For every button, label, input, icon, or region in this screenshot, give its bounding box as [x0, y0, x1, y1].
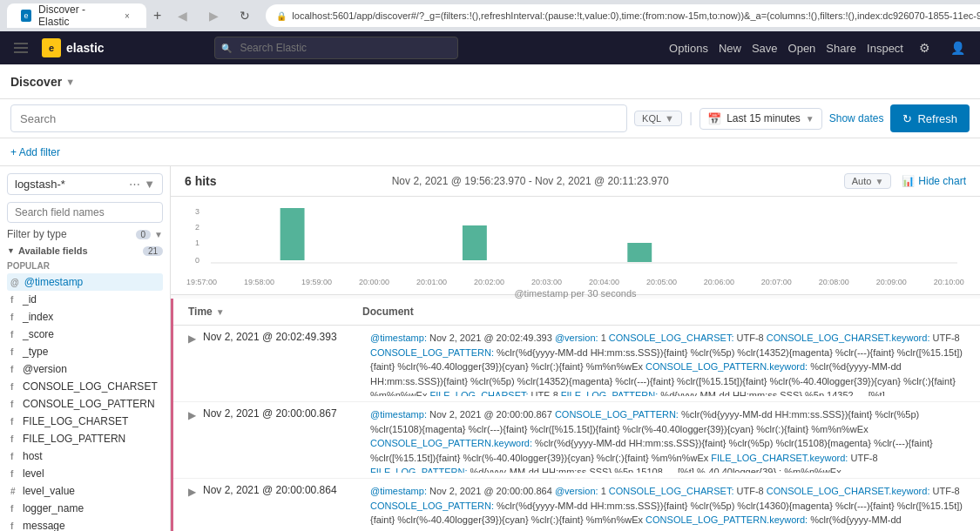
field-item[interactable]: fCONSOLE_LOG_PATTERN: [7, 395, 163, 413]
field-type-icon: f: [10, 417, 17, 427]
field-item[interactable]: flogger_name: [7, 500, 163, 517]
field-item[interactable]: f_score: [7, 326, 163, 343]
tab-close-button[interactable]: ×: [122, 10, 132, 22]
x-label-6: 20:02:00: [474, 278, 504, 286]
x-label-8: 20:04:00: [589, 278, 619, 286]
show-dates-button[interactable]: Show dates: [829, 112, 884, 124]
field-type-icon: @: [10, 278, 19, 287]
main-layout: logstash-* ⋯ ▼ Filter by type 0 ▼ ▼ Avai…: [0, 166, 980, 531]
app-navbar: e elastic 🔍 Options New Save Open Share …: [0, 31, 980, 64]
url-text: localhost:5601/app/discover#/?_g=(filter…: [292, 10, 980, 21]
settings-icon[interactable]: ⚙: [914, 37, 936, 59]
browser-tab[interactable]: e Discover - Elastic ×: [7, 3, 146, 28]
filter-chevron-icon[interactable]: ▼: [154, 230, 163, 239]
elastic-logo: e elastic: [42, 38, 105, 57]
new-tab-button[interactable]: +: [153, 5, 161, 26]
x-label-2: 19:58:00: [244, 278, 274, 286]
sidebar: logstash-* ⋯ ▼ Filter by type 0 ▼ ▼ Avai…: [0, 166, 171, 531]
time-picker[interactable]: 📅 Last 15 minutes ▼: [700, 108, 822, 130]
row-expand-icon[interactable]: ▶: [188, 333, 196, 345]
discover-chevron-icon[interactable]: ▼: [65, 77, 75, 87]
options-button[interactable]: Options: [669, 42, 708, 55]
field-type-icon: f: [10, 400, 17, 409]
field-item[interactable]: f_id: [7, 291, 163, 308]
x-label-1: 19:57:00: [186, 278, 217, 286]
results-table: Time ▼ Document ▶ Nov 2, 2021 @ 20:02:49…: [171, 299, 980, 531]
field-item[interactable]: f_type: [7, 343, 163, 360]
field-type-icon: f: [10, 295, 17, 305]
field-item[interactable]: fCONSOLE_LOG_CHARSET: [7, 378, 163, 395]
hide-chart-button[interactable]: 📊 Hide chart: [902, 175, 966, 187]
svg-rect-5: [463, 225, 487, 260]
address-bar[interactable]: 🔒 localhost:5601/app/discover#/?_g=(filt…: [266, 4, 980, 27]
hide-chart-label: Hide chart: [918, 175, 966, 187]
time-col-label: Time: [188, 306, 213, 318]
row-expand-icon[interactable]: ▶: [188, 409, 196, 421]
auto-interval-badge[interactable]: Auto ▼: [844, 173, 892, 189]
svg-rect-6: [627, 243, 652, 262]
row-time: Nov 2, 2021 @ 20:02:49.393: [203, 331, 370, 343]
field-item[interactable]: f_index: [7, 308, 163, 326]
x-label-7: 20:03:00: [531, 278, 562, 286]
table-header: Time ▼ Document: [171, 299, 980, 326]
save-button[interactable]: Save: [752, 42, 778, 55]
row-time: Nov 2, 2021 @ 20:00:00.867: [203, 407, 370, 420]
discover-nav: Discover ▼: [0, 64, 980, 99]
nav-actions: Options New Save Open Share Inspect: [669, 42, 903, 55]
filter-type-count: 0: [136, 230, 152, 239]
field-type-icon: f: [10, 313, 17, 322]
back-button[interactable]: ◀: [168, 2, 196, 30]
index-chevron-icon[interactable]: ▼: [144, 178, 155, 191]
global-search-input[interactable]: [214, 37, 458, 59]
kql-badge[interactable]: KQL ▼: [634, 111, 682, 126]
divider: |: [689, 111, 693, 126]
hamburger-menu[interactable]: [10, 39, 31, 57]
refresh-label: Refresh: [917, 112, 957, 125]
content-area: 6 hits Nov 2, 2021 @ 19:56:23.970 - Nov …: [171, 166, 980, 531]
chart-container: 3 2 1 0 19:57:00 19:58:00: [185, 204, 966, 291]
field-item[interactable]: fhost: [7, 447, 163, 465]
open-button[interactable]: Open: [788, 42, 816, 55]
time-column-header[interactable]: Time ▼: [188, 306, 362, 318]
field-item[interactable]: fFILE_LOG_PATTERN: [7, 430, 163, 447]
logo-icon: e: [42, 38, 61, 57]
tab-title: Discover - Elastic: [38, 3, 108, 28]
refresh-button[interactable]: ↻ Refresh: [890, 104, 970, 132]
add-filter-button[interactable]: + Add filter: [10, 146, 60, 158]
field-name: _score: [23, 328, 54, 340]
field-item[interactable]: fmessage: [7, 517, 163, 531]
sidebar-search-input[interactable]: [7, 202, 163, 223]
row-expand-icon[interactable]: ▶: [188, 486, 196, 498]
field-name: FILE_LOG_CHARSET: [23, 415, 128, 427]
x-label-4: 20:00:00: [359, 278, 389, 286]
index-selector[interactable]: logstash-* ⋯ ▼: [7, 173, 163, 195]
refresh-icon: ↻: [902, 112, 912, 125]
svg-text:3: 3: [195, 207, 199, 216]
field-item[interactable]: f@version: [7, 360, 163, 378]
x-label-5: 20:01:00: [416, 278, 447, 286]
inspect-button[interactable]: Inspect: [867, 42, 903, 55]
field-item[interactable]: fFILE_LOG_CHARSET: [7, 413, 163, 430]
share-button[interactable]: Share: [826, 42, 856, 55]
auto-chevron-icon: ▼: [875, 177, 883, 186]
user-icon[interactable]: 👤: [947, 37, 970, 59]
forward-button[interactable]: ▶: [199, 2, 227, 30]
field-item[interactable]: #level_value: [7, 482, 163, 500]
table-row[interactable]: ▶ Nov 2, 2021 @ 20:00:00.864 @timestamp:…: [171, 479, 980, 531]
table-row[interactable]: ▶ Nov 2, 2021 @ 20:00:00.867 @timestamp:…: [171, 402, 980, 479]
field-type-icon: f: [10, 469, 17, 479]
reload-button[interactable]: ↻: [231, 2, 259, 30]
index-options-icon[interactable]: ⋯: [129, 178, 140, 191]
browser-controls: ◀ ▶ ↻: [168, 2, 259, 30]
doc-column-header: Document: [362, 306, 966, 318]
chevron-icon[interactable]: ▼: [7, 246, 15, 255]
popular-section-label: Popular: [7, 261, 163, 271]
new-button[interactable]: New: [719, 42, 741, 55]
field-item[interactable]: flevel: [7, 465, 163, 482]
chart-x-label: @timestamp per 30 seconds: [185, 288, 966, 299]
field-item[interactable]: @@timestamp: [7, 273, 163, 291]
table-row[interactable]: ▶ Nov 2, 2021 @ 20:02:49.393 @timestamp:…: [171, 326, 980, 402]
search-input[interactable]: [20, 112, 618, 125]
x-label-11: 20:07:00: [761, 278, 792, 286]
field-name: CONSOLE_LOG_CHARSET: [23, 380, 158, 393]
